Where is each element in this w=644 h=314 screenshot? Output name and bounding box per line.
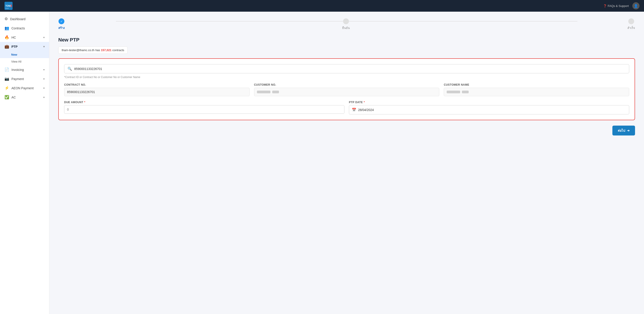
next-button-label: ต่อไป bbox=[618, 128, 625, 133]
top-nav: TONG HUA ❓ FAQs & Support 👤 bbox=[0, 0, 644, 12]
sidebar-item-invoicing[interactable]: 📄 Invoicing ▾ bbox=[0, 65, 49, 74]
ptp-date-group: PTP Date 📅 28/04/2024 bbox=[349, 101, 629, 114]
info-has: has bbox=[95, 48, 100, 52]
help-icon: ❓ bbox=[603, 4, 607, 8]
sidebar-subitem-new[interactable]: New bbox=[0, 51, 49, 58]
step-confirm-label: ยืนยัน bbox=[342, 26, 350, 30]
step-create-circle: ✓ bbox=[58, 18, 64, 24]
due-amount-group: Due Amount bbox=[64, 101, 344, 114]
sidebar-label-hc: HC bbox=[12, 36, 16, 39]
payment-chevron: ▾ bbox=[43, 78, 44, 80]
payment-icon: 📷 bbox=[4, 76, 9, 81]
sidebar: ⚙ Dashboard 👥 Contracts 🔥 HC ▾ 💼 PTP ▾ N… bbox=[0, 12, 49, 314]
customer-name-label: Customer Name bbox=[444, 83, 629, 86]
customer-no-value bbox=[254, 88, 440, 96]
invoicing-icon: 📄 bbox=[4, 67, 9, 72]
sidebar-item-dashboard[interactable]: ⚙ Dashboard bbox=[0, 14, 49, 24]
invoicing-chevron: ▾ bbox=[43, 68, 44, 71]
sidebar-item-contracts[interactable]: 👥 Contracts bbox=[0, 24, 49, 33]
faqs-link[interactable]: ❓ FAQs & Support bbox=[603, 4, 629, 8]
sidebar-item-aeon-payment[interactable]: ⚡ AEON Payment ▾ bbox=[0, 84, 49, 93]
info-count: 157,021 bbox=[101, 48, 112, 52]
sidebar-item-ptp[interactable]: 💼 PTP ▾ bbox=[0, 42, 49, 51]
sidebar-subitem-new-label: New bbox=[11, 53, 17, 56]
customer-no-label: Customer No. bbox=[254, 83, 440, 86]
search-bar[interactable]: 🔍 bbox=[64, 64, 629, 73]
next-arrow-icon: ➜ bbox=[627, 129, 630, 132]
sidebar-label-ac: AC bbox=[12, 96, 16, 99]
ptp-icon: 💼 bbox=[4, 44, 9, 49]
faqs-label: FAQs & Support bbox=[608, 4, 629, 8]
sidebar-item-ac[interactable]: ✅ AC ▾ bbox=[0, 93, 49, 102]
search-hint: *Contract ID or Contract No or Customer … bbox=[64, 76, 629, 79]
hc-icon: 🔥 bbox=[4, 35, 9, 40]
customer-name-group: Customer Name bbox=[444, 83, 629, 96]
ptp-date-picker[interactable]: 📅 28/04/2024 bbox=[349, 105, 629, 114]
next-button[interactable]: ต่อไป ➜ bbox=[612, 126, 635, 136]
customer-no-group: Customer No. bbox=[254, 83, 440, 96]
hc-chevron: ▾ bbox=[43, 36, 44, 39]
step-success-label: สำเร็จ bbox=[628, 26, 635, 30]
step-confirm-circle bbox=[343, 18, 349, 24]
step-create-label: สร้าง bbox=[58, 26, 64, 30]
logo: TONG HUA bbox=[4, 2, 12, 10]
due-amount-input[interactable] bbox=[64, 105, 344, 114]
customer-name-blur1 bbox=[447, 90, 460, 93]
customer-name-value bbox=[444, 88, 629, 96]
calendar-icon: 📅 bbox=[352, 108, 356, 112]
search-icon: 🔍 bbox=[68, 66, 72, 71]
sidebar-label-contracts: Contracts bbox=[12, 26, 25, 30]
ptp-chevron: ▾ bbox=[43, 45, 44, 48]
search-input[interactable] bbox=[74, 67, 626, 71]
dashboard-icon: ⚙ bbox=[4, 16, 8, 21]
ac-chevron: ▾ bbox=[43, 96, 44, 99]
contract-no-value: 8590001133226701 bbox=[64, 88, 250, 96]
customer-name-blur2 bbox=[462, 90, 469, 93]
top-nav-right: ❓ FAQs & Support 👤 bbox=[603, 2, 640, 10]
sidebar-label-invoicing: Invoicing bbox=[12, 68, 24, 72]
info-bar: tham-tester@thamc.co.th has 157,021 cont… bbox=[58, 46, 128, 54]
field-row: Contract No. 8590001133226701 Customer N… bbox=[64, 83, 629, 96]
form-container: 🔍 *Contract ID or Contract No or Custome… bbox=[58, 58, 635, 120]
sidebar-item-payment[interactable]: 📷 Payment ▾ bbox=[0, 74, 49, 84]
customer-no-blur2 bbox=[272, 90, 279, 93]
ac-icon: ✅ bbox=[4, 95, 9, 100]
svg-text:HUA: HUA bbox=[6, 8, 9, 9]
logo-icon: TONG HUA bbox=[4, 2, 12, 10]
step-success: สำเร็จ bbox=[628, 18, 635, 30]
info-email: tham-tester@thamc.co.th bbox=[62, 48, 94, 52]
main-content: ✓ สร้าง ยืนยัน สำเร็จ New PTP tham-teste… bbox=[49, 12, 644, 314]
aeon-chevron: ▾ bbox=[43, 86, 44, 90]
step-success-circle bbox=[628, 18, 634, 24]
ptp-date-label: PTP Date bbox=[349, 101, 629, 104]
contracts-icon: 👥 bbox=[4, 26, 9, 30]
step-create: ✓ สร้าง bbox=[58, 18, 64, 30]
sidebar-label-dashboard: Dashboard bbox=[10, 17, 26, 21]
aeon-icon: ⚡ bbox=[4, 86, 9, 90]
page-title: New PTP bbox=[58, 37, 635, 43]
sidebar-label-payment: Payment bbox=[12, 77, 24, 81]
customer-no-blur1 bbox=[257, 90, 270, 93]
user-avatar[interactable]: 👤 bbox=[632, 2, 640, 10]
contract-no-label: Contract No. bbox=[64, 83, 250, 86]
sidebar-label-ptp: PTP bbox=[12, 45, 18, 48]
actions: ต่อไป ➜ bbox=[58, 126, 635, 136]
due-amount-label: Due Amount bbox=[64, 101, 344, 104]
sidebar-label-aeon-payment: AEON Payment bbox=[12, 86, 34, 90]
sidebar-item-hc[interactable]: 🔥 HC ▾ bbox=[0, 33, 49, 42]
sidebar-subitem-view-all-label: View All bbox=[11, 60, 21, 63]
step-confirm: ยืนยัน bbox=[342, 18, 350, 30]
progress-steps: ✓ สร้าง ยืนยัน สำเร็จ bbox=[58, 18, 635, 30]
sidebar-subitem-view-all[interactable]: View All bbox=[0, 58, 49, 65]
contract-no-group: Contract No. 8590001133226701 bbox=[64, 83, 250, 96]
ptp-date-value: 28/04/2024 bbox=[358, 108, 374, 112]
amount-row: Due Amount PTP Date 📅 28/04/2024 bbox=[64, 101, 629, 114]
layout: ⚙ Dashboard 👥 Contracts 🔥 HC ▾ 💼 PTP ▾ N… bbox=[0, 12, 644, 314]
info-suffix: contracts bbox=[112, 48, 124, 52]
